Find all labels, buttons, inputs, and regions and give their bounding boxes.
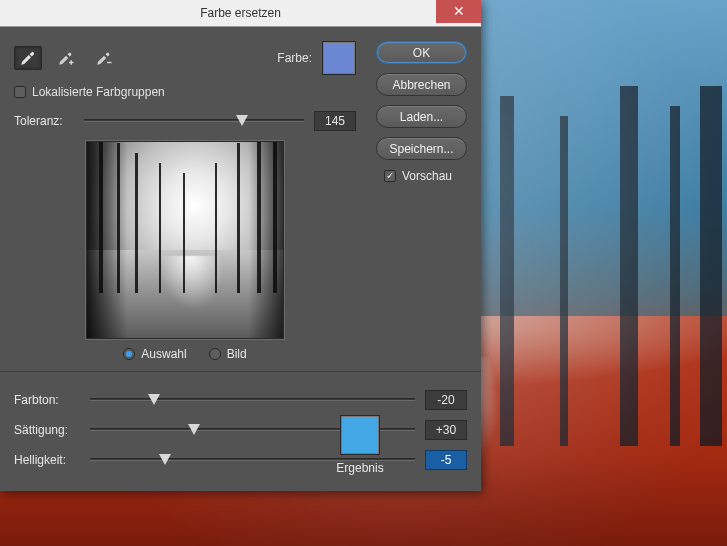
result-color-swatch[interactable] — [340, 415, 380, 455]
color-label: Farbe: — [277, 51, 312, 65]
hue-label: Farbton: — [14, 393, 80, 407]
replace-color-dialog: Farbe ersetzen ✕ Farbe: — [0, 0, 481, 491]
save-button[interactable]: Speichern... — [376, 137, 467, 160]
close-button[interactable]: ✕ — [436, 0, 481, 23]
source-color-swatch[interactable] — [322, 41, 356, 75]
tolerance-input[interactable] — [314, 111, 356, 131]
dialog-title: Farbe ersetzen — [45, 6, 436, 20]
load-button[interactable]: Laden... — [376, 105, 467, 128]
slider-thumb-icon[interactable] — [159, 454, 171, 465]
divider — [0, 371, 481, 372]
close-icon: ✕ — [453, 3, 465, 19]
tolerance-slider[interactable] — [84, 112, 304, 130]
eyedropper-icon — [19, 49, 37, 67]
lightness-label: Helligkeit: — [14, 453, 80, 467]
preview-checkbox-label: Vorschau — [402, 169, 452, 183]
eyedropper-tool[interactable] — [14, 46, 42, 70]
preview-mode-image-label: Bild — [227, 347, 247, 361]
result-label: Ergebnis — [332, 461, 388, 475]
tolerance-label: Toleranz: — [14, 114, 74, 128]
lightness-input[interactable] — [425, 450, 467, 470]
selection-preview — [86, 141, 284, 339]
eyedropper-add-tool[interactable] — [52, 46, 80, 70]
preview-mode-image-radio[interactable]: Bild — [209, 347, 247, 361]
saturation-input[interactable] — [425, 420, 467, 440]
dialog-titlebar[interactable]: Farbe ersetzen ✕ — [0, 0, 481, 27]
localized-colors-checkbox[interactable]: Lokalisierte Farbgruppen — [14, 85, 356, 99]
saturation-label: Sättigung: — [14, 423, 80, 437]
hue-input[interactable] — [425, 390, 467, 410]
eyedropper-plus-icon — [57, 49, 75, 67]
eyedropper-minus-icon — [95, 49, 113, 67]
hue-slider[interactable] — [90, 391, 415, 409]
slider-thumb-icon[interactable] — [188, 424, 200, 435]
slider-thumb-icon[interactable] — [148, 394, 160, 405]
cancel-button[interactable]: Abbrechen — [376, 73, 467, 96]
svg-rect-0 — [107, 62, 112, 64]
slider-thumb-icon[interactable] — [236, 115, 248, 126]
preview-mode-selection-label: Auswahl — [141, 347, 186, 361]
preview-checkbox[interactable] — [384, 170, 396, 182]
localized-colors-label: Lokalisierte Farbgruppen — [32, 85, 165, 99]
preview-mode-selection-radio[interactable]: Auswahl — [123, 347, 186, 361]
eyedropper-subtract-tool[interactable] — [90, 46, 118, 70]
ok-button[interactable]: OK — [376, 41, 467, 64]
